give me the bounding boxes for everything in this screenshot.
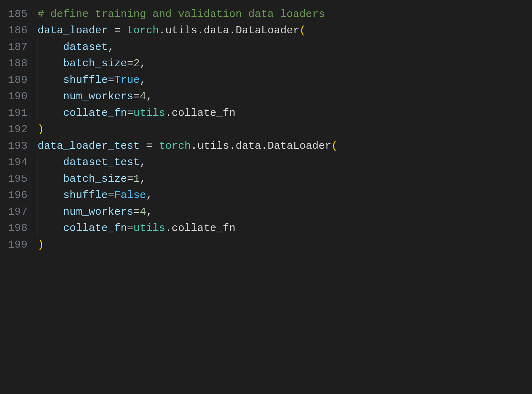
code-token [38, 156, 63, 168]
line-number: 188 [0, 55, 38, 72]
code-line[interactable]: 193data_loader_test = torch.utils.data.D… [0, 138, 532, 154]
code-token: dataset_test [63, 156, 140, 168]
code-token: collate_fn [172, 107, 235, 119]
line-number: 195 [0, 171, 38, 187]
code-content[interactable]: batch_size=2, [38, 55, 532, 72]
code-token: = [108, 189, 114, 201]
code-line[interactable]: 192) [0, 121, 532, 138]
code-token: torch [159, 140, 191, 152]
code-content[interactable]: shuffle=True, [38, 72, 532, 89]
code-token: = [133, 206, 140, 218]
code-token: utils [133, 222, 165, 234]
code-token [38, 41, 63, 53]
line-number: 191 [0, 105, 38, 122]
code-token: = [127, 222, 133, 234]
code-token: , [108, 41, 114, 53]
code-token: 2 [133, 57, 140, 69]
code-editor[interactable]: 184185# define training and validation d… [0, 0, 532, 253]
code-content[interactable]: num_workers=4, [38, 204, 532, 220]
code-token [38, 107, 63, 119]
code-token: data_loader_test [38, 140, 140, 152]
code-content[interactable]: # define training and validation data lo… [38, 6, 532, 23]
code-token: = [127, 173, 133, 185]
code-token: collate_fn [63, 222, 127, 234]
code-token: , [140, 173, 146, 185]
code-token [38, 74, 63, 86]
indent-guide [38, 187, 38, 204]
code-line[interactable]: 199) [0, 237, 532, 253]
code-token [38, 189, 63, 201]
code-content[interactable]: data_loader = torch.utils.data.DataLoade… [38, 22, 532, 39]
code-token: = [114, 24, 121, 36]
line-number: 186 [0, 22, 38, 39]
code-token: = [133, 90, 140, 102]
code-line[interactable]: 190 num_workers=4, [0, 88, 532, 105]
code-line[interactable]: 194 dataset_test, [0, 154, 532, 171]
code-line[interactable]: 189 shuffle=True, [0, 72, 532, 89]
code-token: . [229, 140, 235, 152]
code-token: ) [38, 123, 44, 135]
code-content[interactable]: collate_fn=utils.collate_fn [38, 105, 532, 122]
code-token: ( [331, 140, 338, 152]
code-line[interactable]: 188 batch_size=2, [0, 55, 532, 72]
code-token: shuffle [63, 189, 108, 201]
code-token [108, 24, 114, 36]
code-content[interactable]: data_loader_test = torch.utils.data.Data… [38, 138, 532, 154]
indent-guide [38, 72, 38, 89]
line-number: 190 [0, 88, 38, 105]
code-content[interactable]: dataset_test, [38, 154, 532, 171]
code-content[interactable]: shuffle=False, [38, 187, 532, 204]
indent-guide [38, 88, 38, 105]
code-token: . [159, 24, 165, 36]
code-token: num_workers [63, 90, 133, 102]
code-line[interactable]: 184 [0, 0, 532, 6]
code-content[interactable]: ) [38, 237, 532, 253]
code-line[interactable]: 186data_loader = torch.utils.data.DataLo… [0, 22, 532, 39]
code-content[interactable]: batch_size=1, [38, 171, 532, 187]
code-token: batch_size [63, 57, 127, 69]
code-token [153, 140, 159, 152]
code-token: utils [165, 24, 197, 36]
code-token: . [229, 24, 235, 36]
code-token: False [114, 189, 146, 201]
indent-guide [38, 55, 38, 72]
code-token: , [146, 206, 153, 218]
code-line[interactable]: 196 shuffle=False, [0, 187, 532, 204]
code-content[interactable]: dataset, [38, 39, 532, 56]
code-token: . [197, 24, 204, 36]
indent-guide [38, 154, 38, 171]
code-token [121, 24, 127, 36]
code-line[interactable]: 187 dataset, [0, 39, 532, 56]
line-number: 196 [0, 187, 38, 204]
code-token [38, 173, 63, 185]
line-number: 194 [0, 154, 38, 171]
code-line[interactable]: 198 collate_fn=utils.collate_fn [0, 220, 532, 237]
line-number: 187 [0, 39, 38, 56]
code-token: data [204, 24, 229, 36]
code-token: shuffle [63, 74, 108, 86]
code-content[interactable]: num_workers=4, [38, 88, 532, 105]
indent-guide [38, 105, 38, 122]
indent-guide [38, 220, 38, 237]
code-token: True [114, 74, 140, 86]
code-line[interactable]: 195 batch_size=1, [0, 171, 532, 187]
code-token: . [261, 140, 267, 152]
line-number: 185 [0, 6, 38, 23]
code-line[interactable]: 197 num_workers=4, [0, 204, 532, 220]
code-token: data [235, 140, 261, 152]
code-token: = [127, 57, 133, 69]
code-token: DataLoader [235, 24, 299, 36]
code-token: , [140, 156, 146, 168]
code-line[interactable]: 185# define training and validation data… [0, 6, 532, 23]
code-content[interactable]: collate_fn=utils.collate_fn [38, 220, 532, 237]
code-token: 1 [133, 173, 140, 185]
code-token: batch_size [63, 173, 127, 185]
line-number: 193 [0, 138, 38, 154]
line-number: 189 [0, 72, 38, 89]
code-token: collate_fn [172, 222, 235, 234]
code-token [38, 206, 63, 218]
code-line[interactable]: 191 collate_fn=utils.collate_fn [0, 105, 532, 122]
code-content[interactable]: ) [38, 121, 532, 138]
code-token: . [165, 107, 172, 119]
code-token [140, 140, 146, 152]
